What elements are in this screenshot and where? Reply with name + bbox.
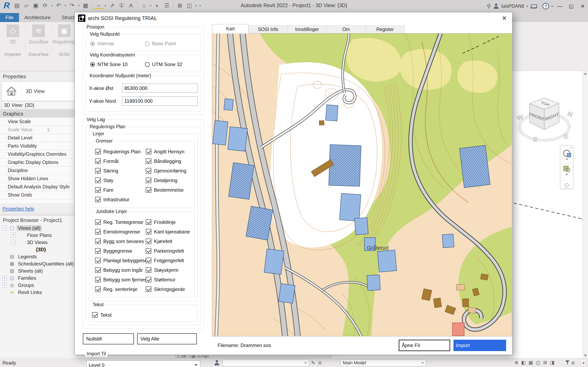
- checkbox-icon[interactable]: [92, 312, 98, 318]
- checkbox-icon[interactable]: [95, 229, 101, 234]
- coordinate-input[interactable]: 85300.000: [122, 83, 198, 93]
- measure-caret-icon[interactable]: ▾: [103, 0, 107, 11]
- checkbox-icon[interactable]: [95, 158, 101, 164]
- property-row[interactable]: Discipline: [0, 167, 79, 175]
- properties-icon[interactable]: ▤: [12, 0, 22, 11]
- tag-icon[interactable]: ①: [117, 0, 126, 11]
- layer-checkbox[interactable]: Bebygg som fjernes: [95, 275, 146, 284]
- close-hidden-windows-icon[interactable]: ⊠: [175, 0, 185, 11]
- checkbox-icon[interactable]: [146, 286, 151, 292]
- layer-checkbox[interactable]: Kjørefelt: [146, 236, 191, 246]
- switch-windows-icon[interactable]: ◫: [185, 0, 194, 11]
- coordinate-input[interactable]: 1189100.000: [122, 96, 198, 106]
- radio-icon[interactable]: [145, 42, 150, 46]
- checkbox-icon[interactable]: [146, 187, 151, 193]
- search-icon[interactable]: ⚲: [487, 3, 491, 9]
- property-row-clipped[interactable]: [0, 199, 79, 203]
- viewbar-icon-3d-lock[interactable]: ▤: [204, 355, 207, 358]
- checkbox-icon[interactable]: [146, 229, 151, 234]
- layer-checkbox[interactable]: Sikringsgjerde: [146, 284, 191, 294]
- checkbox-icon[interactable]: [95, 149, 101, 154]
- navbar-close-icon[interactable]: ✕: [570, 146, 572, 149]
- layer-checkbox[interactable]: Infrastruktur: [95, 195, 146, 204]
- layer-checkbox[interactable]: Bygg som bevares: [95, 236, 146, 246]
- zoom-tool-icon[interactable]: [563, 165, 570, 172]
- layer-checkbox[interactable]: Detaljering: [146, 175, 191, 185]
- aligned-dimension-icon[interactable]: ⇗: [107, 0, 117, 11]
- layer-checkbox[interactable]: Gjennomføring: [146, 166, 191, 175]
- design-option-dropdown[interactable]: Main Model: [341, 359, 426, 366]
- tree-item-3d-views[interactable]: − 3D Views: [0, 239, 79, 246]
- instance-label[interactable]: 3D View: {3D}: [2, 101, 77, 109]
- properties-help-link[interactable]: Properties help: [2, 206, 34, 212]
- qat-divider[interactable]: [137, 2, 138, 9]
- layer-checkbox[interactable]: Angitt Hensyn: [146, 147, 191, 156]
- user-caret-icon[interactable]: ▾: [527, 4, 528, 8]
- property-row[interactable]: Default Analysis Display Style: [0, 183, 79, 191]
- layer-checkbox[interactable]: Støyskjerm: [146, 265, 191, 275]
- thin-lines-icon[interactable]: ☰: [162, 0, 172, 11]
- signed-in-user[interactable]: luisPDAN6: [502, 3, 524, 9]
- checkbox-icon[interactable]: [146, 277, 151, 282]
- zoom-caret-icon[interactable]: [565, 174, 568, 177]
- radio-option[interactable]: UTM Sone 32: [145, 62, 196, 67]
- checkbox-icon[interactable]: [146, 248, 151, 254]
- tree-item-floor-plans[interactable]: + Floor Plans: [0, 232, 79, 239]
- checkbox-icon[interactable]: [146, 258, 151, 263]
- scroll-up-icon[interactable]: [584, 73, 587, 75]
- dialog-close-button[interactable]: ✕: [500, 15, 509, 22]
- property-row[interactable]: Detail Level: [0, 134, 79, 142]
- help-icon[interactable]: ?: [543, 3, 549, 9]
- radio-option[interactable]: Base Point: [145, 41, 196, 47]
- undo-icon[interactable]: ↶: [54, 0, 63, 11]
- checkbox-icon[interactable]: [95, 168, 101, 174]
- text-icon[interactable]: A: [126, 0, 136, 11]
- status-select-link-icon[interactable]: ◫: [536, 360, 540, 365]
- tree-item-views[interactable]: − ▢ Views (all): [0, 225, 79, 232]
- layer-checkbox[interactable]: Støy: [95, 175, 146, 185]
- radio-option[interactable]: Internal: [90, 41, 145, 47]
- checkbox-icon[interactable]: [146, 178, 151, 183]
- layer-checkbox[interactable]: Planlagt bebyggelse: [95, 256, 146, 265]
- layer-checkbox[interactable]: Båndlegging: [146, 156, 191, 166]
- tree-item-families[interactable]: + ◫ Families: [0, 275, 79, 282]
- property-row[interactable]: View Scale: [0, 118, 79, 126]
- status-background-icon[interactable]: ▦: [528, 360, 533, 365]
- type-selector[interactable]: 3D View: [2, 81, 77, 101]
- layer-checkbox[interactable]: Parkeringsfelt: [146, 246, 191, 256]
- redo-caret-icon[interactable]: ▾: [77, 0, 81, 11]
- checkbox-icon[interactable]: [95, 286, 101, 292]
- status-requests-icon[interactable]: ◧: [521, 360, 526, 365]
- qat-divider[interactable]: [92, 2, 92, 9]
- project-browser-header[interactable]: Project Browser - Project1: [0, 216, 79, 225]
- layer-checkbox[interactable]: Bebygg som ingår: [95, 265, 146, 275]
- layer-checkbox[interactable]: Reg. Tomtegrense: [95, 217, 146, 227]
- filter-icon[interactable]: [565, 360, 570, 365]
- minimize-button[interactable]: —: [555, 3, 564, 9]
- checkbox-icon[interactable]: [146, 158, 151, 164]
- radio-icon[interactable]: [90, 62, 95, 67]
- default-3d-view-icon[interactable]: ⌂: [139, 0, 149, 11]
- tree-item-sheets[interactable]: ▧ Sheets (all): [0, 267, 79, 275]
- app-store-cart-icon[interactable]: [530, 3, 537, 9]
- checkbox-icon[interactable]: [95, 187, 101, 193]
- save-icon[interactable]: ▣: [31, 0, 40, 11]
- scroll-down-icon[interactable]: [584, 355, 587, 357]
- checkbox-icon[interactable]: [95, 248, 101, 254]
- dialog-tab-sosi-info[interactable]: SOSI Info: [249, 25, 288, 33]
- radio-icon[interactable]: [90, 42, 95, 46]
- viewbar-icon-isolate[interactable]: ⊡: [207, 355, 209, 358]
- help-caret-icon[interactable]: ▾: [552, 4, 553, 8]
- level-select[interactable]: Level 0: [86, 360, 200, 367]
- checkbox-icon[interactable]: [95, 267, 101, 273]
- layer-checkbox[interactable]: Kant kjøreabane: [146, 227, 191, 236]
- layer-checkbox[interactable]: Fotgjengerfelt: [146, 256, 191, 265]
- measure-icon[interactable]: ↔: [94, 2, 103, 9]
- compass-north[interactable]: N: [567, 110, 573, 118]
- workset-dropdown[interactable]: [222, 359, 309, 366]
- checkbox-icon[interactable]: [146, 219, 151, 225]
- tree-expander[interactable]: −: [11, 240, 16, 245]
- tree-item-groups[interactable]: + ◎ Groups: [0, 282, 79, 289]
- dialog-tab-innstillinger[interactable]: Innstillinger: [288, 25, 327, 33]
- sync-with-central-icon[interactable]: ⟳: [40, 0, 50, 11]
